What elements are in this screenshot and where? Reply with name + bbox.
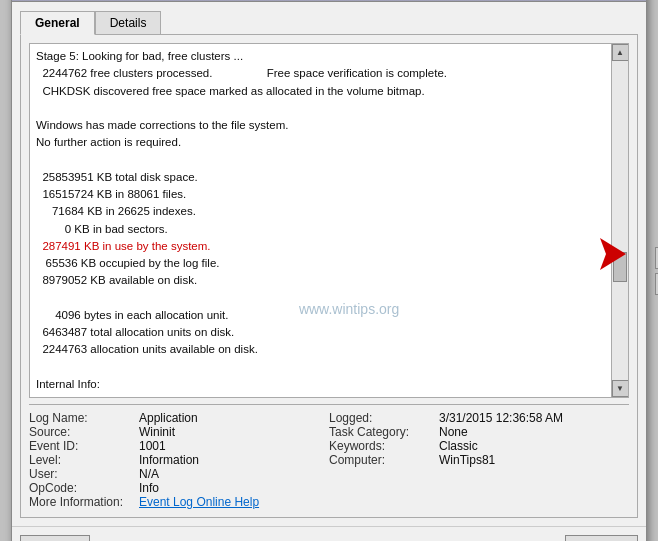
info-row-log-logged: Log Name: Application Logged: 3/31/2015 …	[29, 411, 629, 425]
text-line: 0 KB in bad sectors.	[36, 221, 605, 238]
text-line: Windows has made corrections to the file…	[36, 117, 605, 134]
text-line: 2244762 free clusters processed. Free sp…	[36, 65, 605, 82]
event-text-area[interactable]: Stage 5: Looking for bad, free clusters …	[29, 43, 629, 398]
text-line: 2244763 allocation units available on di…	[36, 341, 605, 358]
info-row-source-task: Source: Wininit Task Category: None	[29, 425, 629, 439]
scroll-up-button[interactable]: ▲	[612, 44, 629, 61]
logged-label: Logged:	[329, 411, 439, 425]
level-value: Information	[139, 453, 329, 467]
info-col-left: OpCode: Info	[29, 481, 629, 495]
info-row-eventid-keywords: Event ID: 1001 Keywords: Classic	[29, 439, 629, 453]
bottom-bar: Copy Close	[12, 526, 646, 541]
info-row-level-computer: Level: Information Computer: WinTips81	[29, 453, 629, 467]
keywords-value: Classic	[439, 439, 629, 453]
tab-bar: General Details	[20, 10, 638, 34]
tab-panel-general: Stage 5: Looking for bad, free clusters …	[20, 34, 638, 518]
user-label: User:	[29, 467, 139, 481]
info-col-left: Source: Wininit	[29, 425, 329, 439]
text-line: Stage 5: Looking for bad, free clusters …	[36, 48, 605, 65]
event-id-label: Event ID:	[29, 439, 139, 453]
text-line	[36, 100, 605, 117]
more-info-link[interactable]: Event Log Online Help	[139, 495, 629, 509]
text-line: 65536 KB occupied by the log file.	[36, 255, 605, 272]
text-line: No further action is required.	[36, 134, 605, 151]
more-info-label: More Information:	[29, 495, 139, 509]
user-value: N/A	[139, 467, 629, 481]
text-line	[36, 290, 605, 307]
info-col-right: Keywords: Classic	[329, 439, 629, 453]
logged-value: 3/31/2015 12:36:58 AM	[439, 411, 629, 425]
text-line: 6463487 total allocation units on disk.	[36, 324, 605, 341]
text-line: 8979052 KB available on disk.	[36, 272, 605, 289]
tab-general[interactable]: General	[20, 11, 95, 35]
source-label: Source:	[29, 425, 139, 439]
level-label: Level:	[29, 453, 139, 467]
computer-label: Computer:	[329, 453, 439, 467]
close-dialog-button[interactable]: Close	[565, 535, 638, 541]
scroll-down-button[interactable]: ▼	[612, 380, 629, 397]
event-text-content: Stage 5: Looking for bad, free clusters …	[30, 44, 611, 397]
task-category-value: None	[439, 425, 629, 439]
scroll-thumb[interactable]	[613, 252, 627, 282]
computer-value: WinTips81	[439, 453, 629, 467]
info-col-left: User: N/A	[29, 467, 629, 481]
info-section: Log Name: Application Logged: 3/31/2015 …	[29, 404, 629, 509]
opcode-label: OpCode:	[29, 481, 139, 495]
event-properties-window: i Event Properties - Event 1001, Wininit…	[11, 0, 647, 541]
info-col-right: Computer: WinTips81	[329, 453, 629, 467]
log-name-value: Application	[139, 411, 329, 425]
text-line: 25853951 KB total disk space.	[36, 169, 605, 186]
log-name-label: Log Name:	[29, 411, 139, 425]
text-line: 16515724 KB in 88061 files.	[36, 186, 605, 203]
keywords-label: Keywords:	[329, 439, 439, 453]
info-col-left: Log Name: Application	[29, 411, 329, 425]
task-category-label: Task Category:	[329, 425, 439, 439]
copy-button[interactable]: Copy	[20, 535, 90, 541]
scroll-track[interactable]	[612, 61, 628, 380]
info-row-more-info: More Information: Event Log Online Help	[29, 495, 629, 509]
info-row-opcode: OpCode: Info	[29, 481, 629, 495]
scrollbar[interactable]: ▲ ▼	[611, 44, 628, 397]
info-col-left: Event ID: 1001	[29, 439, 329, 453]
info-col-left: Level: Information	[29, 453, 329, 467]
info-col-right: Logged: 3/31/2015 12:36:58 AM	[329, 411, 629, 425]
text-line: Internal Info:	[36, 376, 605, 393]
window-content: General Details Stage 5: Looking for bad…	[12, 2, 646, 526]
text-line-highlighted: 287491 KB in use by the system.	[36, 238, 605, 255]
source-value: Wininit	[139, 425, 329, 439]
text-line: 71684 KB in 26625 indexes.	[36, 203, 605, 220]
info-col-left: More Information: Event Log Online Help	[29, 495, 629, 509]
info-row-user: User: N/A	[29, 467, 629, 481]
info-col-right: Task Category: None	[329, 425, 629, 439]
text-line: CHKDSK discovered free space marked as a…	[36, 83, 605, 100]
event-id-value: 1001	[139, 439, 329, 453]
opcode-value: Info	[139, 481, 629, 495]
text-line: 4096 bytes in each allocation unit.	[36, 307, 605, 324]
text-line	[36, 359, 605, 376]
text-line	[36, 152, 605, 169]
tab-details[interactable]: Details	[95, 11, 162, 35]
